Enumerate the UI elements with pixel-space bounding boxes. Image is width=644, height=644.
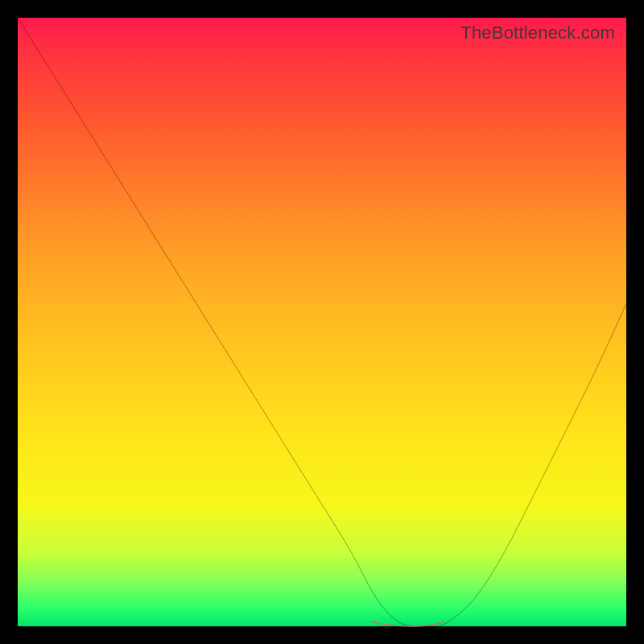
curve-layer	[18, 18, 626, 626]
bottleneck-curve-path	[18, 18, 626, 626]
plot-area: TheBottleneck.com	[18, 18, 626, 626]
chart-frame: TheBottleneck.com	[0, 0, 644, 644]
